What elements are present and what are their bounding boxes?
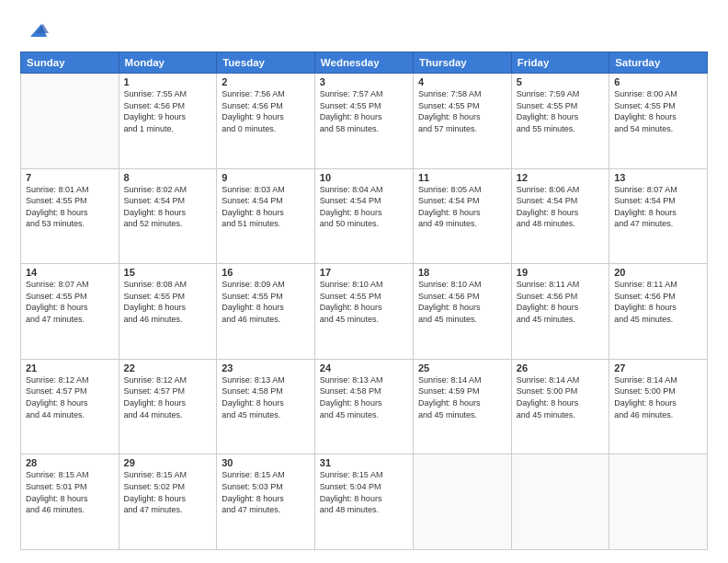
day-info: Sunrise: 8:11 AM Sunset: 4:56 PM Dayligh… [614, 279, 702, 325]
day-info: Sunrise: 8:12 AM Sunset: 4:57 PM Dayligh… [26, 374, 114, 420]
calendar-week-1: 7Sunrise: 8:01 AM Sunset: 4:55 PM Daylig… [21, 168, 708, 264]
day-number: 8 [124, 172, 212, 183]
day-info: Sunrise: 8:04 AM Sunset: 4:54 PM Dayligh… [320, 184, 408, 230]
day-number: 19 [517, 267, 604, 278]
calendar-cell: 7Sunrise: 8:01 AM Sunset: 4:55 PM Daylig… [21, 168, 119, 264]
day-info: Sunrise: 7:58 AM Sunset: 4:55 PM Dayligh… [418, 88, 506, 134]
day-info: Sunrise: 8:03 AM Sunset: 4:54 PM Dayligh… [222, 184, 310, 230]
calendar-cell: 30Sunrise: 8:15 AM Sunset: 5:03 PM Dayli… [217, 454, 315, 550]
calendar-cell: 25Sunrise: 8:14 AM Sunset: 4:59 PM Dayli… [414, 359, 512, 454]
day-info: Sunrise: 8:05 AM Sunset: 4:54 PM Dayligh… [418, 184, 506, 230]
calendar-cell: 9Sunrise: 8:03 AM Sunset: 4:54 PM Daylig… [217, 168, 315, 264]
day-info: Sunrise: 8:14 AM Sunset: 4:59 PM Dayligh… [418, 374, 506, 420]
day-number: 4 [418, 76, 506, 87]
day-number: 12 [517, 172, 604, 183]
day-info: Sunrise: 8:11 AM Sunset: 4:56 PM Dayligh… [517, 279, 604, 325]
calendar-cell: 5Sunrise: 7:59 AM Sunset: 4:55 PM Daylig… [511, 74, 609, 169]
calendar-cell: 20Sunrise: 8:11 AM Sunset: 4:56 PM Dayli… [609, 264, 708, 360]
calendar-cell: 27Sunrise: 8:14 AM Sunset: 5:00 PM Dayli… [609, 359, 708, 454]
calendar-cell [414, 454, 512, 550]
calendar-header-row: SundayMondayTuesdayWednesdayThursdayFrid… [21, 52, 708, 74]
day-info: Sunrise: 7:55 AM Sunset: 4:56 PM Dayligh… [124, 88, 212, 134]
day-info: Sunrise: 8:02 AM Sunset: 4:54 PM Dayligh… [124, 184, 212, 230]
day-number: 7 [26, 172, 114, 183]
page: SundayMondayTuesdayWednesdayThursdayFrid… [0, 0, 728, 563]
day-number: 31 [320, 457, 408, 468]
day-number: 5 [517, 76, 604, 87]
calendar-cell: 31Sunrise: 8:15 AM Sunset: 5:04 PM Dayli… [314, 454, 413, 550]
day-number: 3 [320, 76, 408, 87]
col-header-friday: Friday [511, 52, 609, 74]
day-number: 2 [222, 76, 310, 87]
calendar-week-2: 14Sunrise: 8:07 AM Sunset: 4:55 PM Dayli… [21, 264, 708, 360]
calendar-cell: 11Sunrise: 8:05 AM Sunset: 4:54 PM Dayli… [414, 168, 512, 264]
day-info: Sunrise: 7:57 AM Sunset: 4:55 PM Dayligh… [320, 88, 408, 134]
day-number: 17 [320, 267, 408, 278]
calendar-cell: 16Sunrise: 8:09 AM Sunset: 4:55 PM Dayli… [217, 264, 315, 360]
calendar-cell: 23Sunrise: 8:13 AM Sunset: 4:58 PM Dayli… [217, 359, 315, 454]
calendar-week-0: 1Sunrise: 7:55 AM Sunset: 4:56 PM Daylig… [21, 74, 708, 169]
col-header-sunday: Sunday [21, 52, 119, 74]
day-info: Sunrise: 8:15 AM Sunset: 5:01 PM Dayligh… [26, 469, 114, 515]
day-info: Sunrise: 8:07 AM Sunset: 4:54 PM Dayligh… [614, 184, 702, 230]
calendar-cell: 21Sunrise: 8:12 AM Sunset: 4:57 PM Dayli… [21, 359, 119, 454]
logo-icon [23, 17, 49, 42]
calendar-cell: 22Sunrise: 8:12 AM Sunset: 4:57 PM Dayli… [119, 359, 217, 454]
calendar-cell: 3Sunrise: 7:57 AM Sunset: 4:55 PM Daylig… [314, 74, 413, 169]
day-info: Sunrise: 8:08 AM Sunset: 4:55 PM Dayligh… [124, 279, 212, 325]
calendar-cell: 26Sunrise: 8:14 AM Sunset: 5:00 PM Dayli… [511, 359, 609, 454]
calendar-cell: 8Sunrise: 8:02 AM Sunset: 4:54 PM Daylig… [119, 168, 217, 264]
calendar-cell: 13Sunrise: 8:07 AM Sunset: 4:54 PM Dayli… [609, 168, 708, 264]
calendar-cell [511, 454, 609, 550]
logo [20, 17, 49, 42]
calendar-cell: 28Sunrise: 8:15 AM Sunset: 5:01 PM Dayli… [21, 454, 119, 550]
calendar-cell: 18Sunrise: 8:10 AM Sunset: 4:56 PM Dayli… [414, 264, 512, 360]
calendar-cell: 6Sunrise: 8:00 AM Sunset: 4:55 PM Daylig… [609, 74, 708, 169]
header [20, 17, 708, 42]
day-info: Sunrise: 8:15 AM Sunset: 5:04 PM Dayligh… [320, 469, 408, 515]
col-header-thursday: Thursday [414, 52, 512, 74]
calendar-week-4: 28Sunrise: 8:15 AM Sunset: 5:01 PM Dayli… [21, 454, 708, 550]
day-info: Sunrise: 8:00 AM Sunset: 4:55 PM Dayligh… [614, 88, 702, 134]
calendar-cell: 2Sunrise: 7:56 AM Sunset: 4:56 PM Daylig… [217, 74, 315, 169]
day-number: 10 [320, 172, 408, 183]
calendar-cell: 4Sunrise: 7:58 AM Sunset: 4:55 PM Daylig… [414, 74, 512, 169]
day-number: 13 [614, 172, 702, 183]
day-info: Sunrise: 8:14 AM Sunset: 5:00 PM Dayligh… [517, 374, 604, 420]
day-info: Sunrise: 8:01 AM Sunset: 4:55 PM Dayligh… [26, 184, 114, 230]
day-number: 14 [26, 267, 114, 278]
day-info: Sunrise: 8:09 AM Sunset: 4:55 PM Dayligh… [222, 279, 310, 325]
calendar-cell [21, 74, 119, 169]
calendar-cell: 1Sunrise: 7:55 AM Sunset: 4:56 PM Daylig… [119, 74, 217, 169]
col-header-monday: Monday [119, 52, 217, 74]
day-number: 27 [614, 362, 702, 373]
day-number: 25 [418, 362, 506, 373]
day-number: 11 [418, 172, 506, 183]
day-info: Sunrise: 7:56 AM Sunset: 4:56 PM Dayligh… [222, 88, 310, 134]
calendar-cell: 17Sunrise: 8:10 AM Sunset: 4:55 PM Dayli… [314, 264, 413, 360]
day-number: 21 [26, 362, 114, 373]
calendar-cell [609, 454, 708, 550]
calendar-cell: 14Sunrise: 8:07 AM Sunset: 4:55 PM Dayli… [21, 264, 119, 360]
calendar-week-3: 21Sunrise: 8:12 AM Sunset: 4:57 PM Dayli… [21, 359, 708, 454]
day-info: Sunrise: 8:13 AM Sunset: 4:58 PM Dayligh… [320, 374, 408, 420]
day-number: 18 [418, 267, 506, 278]
calendar-cell: 12Sunrise: 8:06 AM Sunset: 4:54 PM Dayli… [511, 168, 609, 264]
day-number: 23 [222, 362, 310, 373]
day-info: Sunrise: 8:15 AM Sunset: 5:03 PM Dayligh… [222, 469, 310, 515]
day-number: 9 [222, 172, 310, 183]
calendar-cell: 15Sunrise: 8:08 AM Sunset: 4:55 PM Dayli… [119, 264, 217, 360]
day-info: Sunrise: 8:06 AM Sunset: 4:54 PM Dayligh… [517, 184, 604, 230]
calendar-cell: 10Sunrise: 8:04 AM Sunset: 4:54 PM Dayli… [314, 168, 413, 264]
col-header-wednesday: Wednesday [314, 52, 413, 74]
day-info: Sunrise: 8:12 AM Sunset: 4:57 PM Dayligh… [124, 374, 212, 420]
col-header-saturday: Saturday [609, 52, 708, 74]
calendar-table: SundayMondayTuesdayWednesdayThursdayFrid… [20, 52, 708, 550]
day-number: 6 [614, 76, 702, 87]
day-info: Sunrise: 8:10 AM Sunset: 4:56 PM Dayligh… [418, 279, 506, 325]
day-number: 26 [517, 362, 604, 373]
calendar-cell: 19Sunrise: 8:11 AM Sunset: 4:56 PM Dayli… [511, 264, 609, 360]
day-number: 28 [26, 457, 114, 468]
day-number: 29 [124, 457, 212, 468]
day-number: 22 [124, 362, 212, 373]
